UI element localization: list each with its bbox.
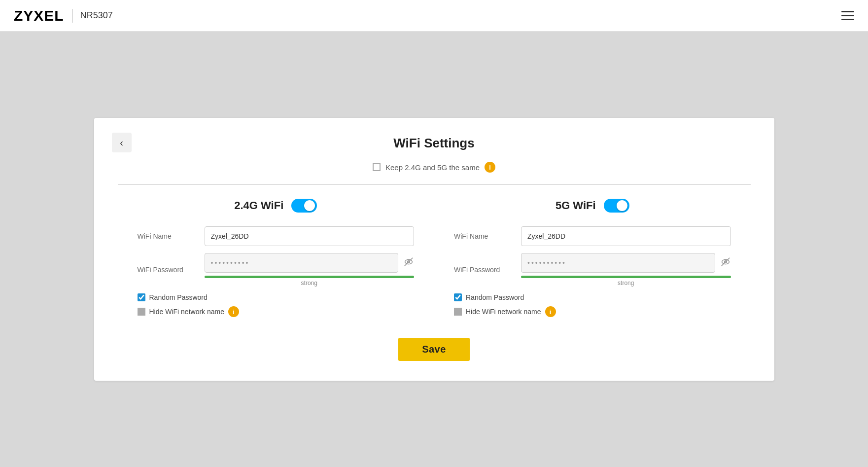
svg-line-5 [721,257,729,266]
sync-label: Keep 2.4G and 5G the same [385,163,480,172]
5g-toggle[interactable] [604,199,629,213]
svg-line-2 [405,257,413,266]
wifi-5g-column: 5G WiFi WiFi Name WiFi Password [434,199,751,322]
5g-random-password-row: Random Password [454,293,731,301]
2g-random-password-label: Random Password [149,293,208,301]
5g-hide-info-badge[interactable]: i [545,306,556,317]
5g-wifi-name-label: WiFi Name [454,232,513,240]
2g-wifi-password-input[interactable] [205,253,399,273]
5g-wifi-password-label: WiFi Password [454,266,513,274]
2g-hide-network-checkbox[interactable] [138,308,145,316]
2g-wifi-password-label: WiFi Password [138,266,197,274]
2g-random-password-row: Random Password [138,293,415,301]
zyxel-logo: ZYXEL [14,7,64,24]
wifi-columns: 2.4G WiFi WiFi Name WiFi Password [118,199,751,322]
5g-hide-network-row: Hide WiFi network name i [454,306,731,317]
5g-title: 5G WiFi [556,199,596,212]
2g-random-password-checkbox[interactable] [138,293,145,301]
2g-title: 2.4G WiFi [234,199,283,212]
header-left: ZYXEL NR5307 [14,7,113,24]
2g-hide-network-row: Hide WiFi network name i [138,306,415,317]
main-content: ‹ WiFi Settings Keep 2.4G and 5G the sam… [0,32,868,467]
5g-hide-network-checkbox[interactable] [454,308,462,316]
divider [118,184,751,185]
settings-card: ‹ WiFi Settings Keep 2.4G and 5G the sam… [94,118,774,381]
wifi-2g-column: 2.4G WiFi WiFi Name WiFi Password [118,199,435,322]
5g-toggle-thumb [617,200,627,211]
2g-password-wrapper: strong [205,253,415,287]
2g-wifi-name-row: WiFi Name [138,226,415,246]
2g-toggle[interactable] [291,199,317,213]
sync-checkbox[interactable] [373,163,381,171]
5g-header: 5G WiFi [454,199,731,213]
5g-wifi-name-row: WiFi Name [454,226,731,246]
5g-hide-network-label: Hide WiFi network name [466,308,541,316]
2g-wifi-password-row: WiFi Password [138,253,415,287]
sync-info-badge[interactable]: i [485,162,495,173]
back-button[interactable]: ‹ [112,133,132,152]
save-button[interactable]: Save [398,338,470,361]
5g-eye-icon[interactable] [720,256,731,270]
5g-strength-label: strong [521,280,731,287]
2g-header: 2.4G WiFi [138,199,415,213]
2g-strength-bar-container: strong [205,276,415,287]
5g-password-wrapper: strong [521,253,731,287]
header-divider [72,9,72,23]
header: ZYXEL NR5307 [0,0,868,32]
2g-password-input-row [205,253,415,273]
header-model: NR5307 [80,10,113,21]
5g-strength-bar-container: strong [521,276,731,287]
5g-random-password-checkbox[interactable] [454,293,462,301]
5g-wifi-password-input[interactable] [521,253,715,273]
hamburger-menu-icon[interactable] [841,11,854,20]
2g-strength-label: strong [205,280,415,287]
5g-random-password-label: Random Password [466,293,524,301]
2g-hide-info-badge[interactable]: i [228,306,239,317]
5g-wifi-name-input[interactable] [521,226,731,246]
2g-hide-network-label: Hide WiFi network name [149,308,225,316]
2g-strength-bar [205,276,415,278]
page-title: WiFi Settings [118,136,751,151]
2g-eye-icon[interactable] [403,256,414,270]
2g-wifi-name-input[interactable] [205,226,415,246]
5g-password-input-row [521,253,731,273]
5g-wifi-password-row: WiFi Password [454,253,731,287]
sync-row: Keep 2.4G and 5G the same i [118,162,751,173]
2g-wifi-name-label: WiFi Name [138,232,197,240]
save-section: Save [118,338,751,361]
5g-strength-bar [521,276,731,278]
